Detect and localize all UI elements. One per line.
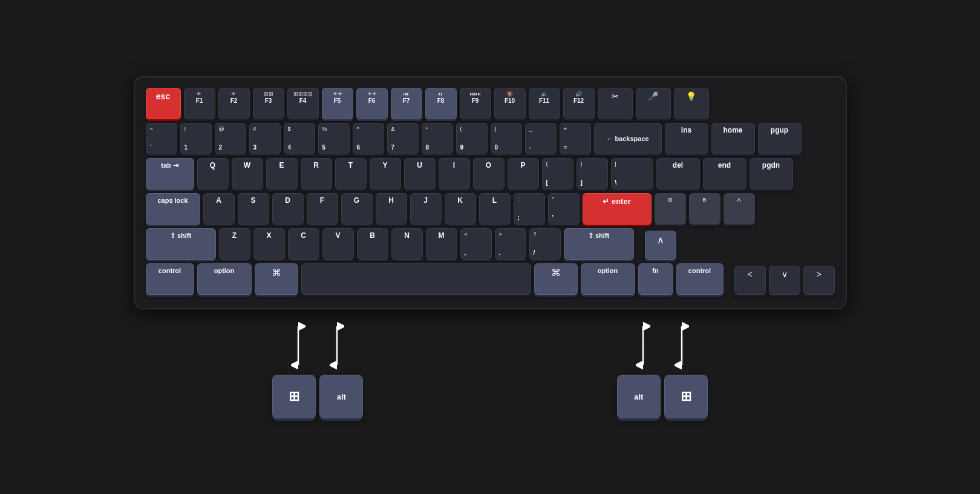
key-3[interactable]: # 3: [249, 123, 281, 154]
key-e[interactable]: E: [266, 158, 298, 189]
key-z[interactable]: Z: [219, 228, 250, 260]
right-arrow-2: [675, 321, 689, 370]
key-insert[interactable]: ins: [665, 123, 708, 154]
key-led3: A: [724, 193, 755, 225]
key-quote[interactable]: " ': [548, 193, 580, 225]
key-0[interactable]: ) 0: [491, 123, 522, 154]
key-period[interactable]: > .: [495, 228, 526, 260]
key-8[interactable]: * 8: [422, 123, 453, 154]
key-f11[interactable]: 🔉 F11: [529, 88, 560, 119]
key-pgdn[interactable]: pgdn: [750, 158, 793, 189]
key-g[interactable]: G: [341, 193, 373, 225]
left-arrow-1: [291, 321, 305, 370]
key-v[interactable]: V: [322, 228, 354, 260]
key-f9[interactable]: ⏭⏭ F9: [460, 88, 491, 119]
key-backslash[interactable]: | \: [611, 158, 653, 189]
key-w[interactable]: W: [232, 158, 263, 189]
key-f12[interactable]: 🔊 F12: [563, 88, 595, 119]
key-arrow-left[interactable]: <: [734, 266, 766, 295]
key-shift-right[interactable]: ⇧ shift: [564, 228, 634, 260]
key-arrow-right[interactable]: >: [803, 266, 835, 295]
right-arrow-1: [636, 321, 650, 370]
key-comma[interactable]: < ,: [460, 228, 492, 260]
key-f[interactable]: F: [307, 193, 338, 225]
key-h[interactable]: H: [376, 193, 407, 225]
key-2[interactable]: @ 2: [215, 123, 246, 154]
key-6[interactable]: ^ 6: [353, 123, 384, 154]
key-m[interactable]: M: [426, 228, 457, 260]
key-light[interactable]: 💡: [674, 88, 709, 119]
key-i[interactable]: I: [439, 158, 470, 189]
key-option-right[interactable]: option: [581, 263, 635, 295]
key-equals[interactable]: + =: [560, 123, 591, 154]
key-j[interactable]: J: [410, 193, 442, 225]
key-space[interactable]: [301, 263, 531, 295]
key-t[interactable]: T: [335, 158, 367, 189]
key-minus[interactable]: _ -: [525, 123, 557, 154]
key-arrow-up[interactable]: ∧: [645, 231, 676, 260]
key-delete[interactable]: del: [656, 158, 700, 189]
key-d[interactable]: D: [272, 193, 304, 225]
key-o[interactable]: O: [473, 158, 505, 189]
key-shift-left[interactable]: ⇧ shift: [146, 228, 216, 260]
key-5[interactable]: % 5: [318, 123, 350, 154]
key-cut[interactable]: ✂: [598, 88, 633, 119]
key-arrow-down[interactable]: ∨: [769, 266, 800, 295]
key-f2[interactable]: ✳ F2: [218, 88, 250, 119]
right-replacement-keys: alt ⊞: [617, 375, 708, 418]
key-f3[interactable]: ⊞⊞ F3: [253, 88, 284, 119]
key-1[interactable]: ! 1: [180, 123, 212, 154]
key-rbracket[interactable]: } ]: [577, 158, 608, 189]
qwerty-row: tab ⇥ Q W E R T Y U I: [146, 158, 835, 189]
key-lbracket[interactable]: { [: [542, 158, 573, 189]
key-7[interactable]: & 7: [387, 123, 419, 154]
key-x[interactable]: X: [253, 228, 285, 260]
left-alt-key[interactable]: alt: [319, 375, 363, 418]
key-f1[interactable]: ✳ F1: [184, 88, 215, 119]
key-cmd-right[interactable]: ⌘: [534, 263, 578, 295]
key-u[interactable]: U: [404, 158, 436, 189]
key-backspace[interactable]: ← backspace: [594, 123, 662, 154]
key-f5[interactable]: ☀☀ F5: [322, 88, 353, 119]
key-capslock[interactable]: caps lock: [146, 193, 200, 225]
key-esc[interactable]: esc: [146, 88, 181, 119]
key-p[interactable]: P: [508, 158, 539, 189]
key-f7[interactable]: ⏮ F7: [391, 88, 422, 119]
key-end[interactable]: end: [703, 158, 746, 189]
key-4[interactable]: $ 4: [284, 123, 315, 154]
key-pgup[interactable]: pgup: [758, 123, 802, 154]
key-f10[interactable]: 🔇 F10: [494, 88, 526, 119]
key-9[interactable]: ( 9: [456, 123, 488, 154]
key-s[interactable]: S: [238, 193, 269, 225]
key-f4[interactable]: ⊞⊞⊞⊞ F4: [287, 88, 319, 119]
key-a[interactable]: A: [203, 193, 235, 225]
key-y[interactable]: Y: [370, 158, 401, 189]
key-enter[interactable]: ↵ enter: [583, 193, 652, 225]
key-control-left[interactable]: control: [146, 263, 194, 295]
key-n[interactable]: N: [391, 228, 423, 260]
key-backtick[interactable]: ~ `: [146, 123, 177, 154]
key-c[interactable]: C: [288, 228, 319, 260]
key-option-left[interactable]: option: [197, 263, 252, 295]
key-fn[interactable]: fn: [638, 263, 673, 295]
key-home[interactable]: home: [711, 123, 755, 154]
replacement-section: ⊞ alt: [134, 321, 847, 418]
key-q[interactable]: Q: [197, 158, 229, 189]
key-led1: ⊞: [655, 193, 686, 225]
right-win-key[interactable]: ⊞: [664, 375, 708, 418]
key-mic[interactable]: 🎤: [636, 88, 671, 119]
key-l[interactable]: L: [479, 193, 511, 225]
key-led2: B: [689, 193, 720, 225]
key-cmd-left[interactable]: ⌘: [255, 263, 298, 295]
key-f6[interactable]: ☀☀ F6: [356, 88, 388, 119]
key-b[interactable]: B: [357, 228, 388, 260]
key-tab[interactable]: tab ⇥: [146, 158, 194, 189]
key-semicolon[interactable]: : ;: [514, 193, 545, 225]
right-alt-key[interactable]: alt: [617, 375, 661, 418]
key-f8[interactable]: ⏯ F8: [425, 88, 457, 119]
key-k[interactable]: K: [445, 193, 476, 225]
key-r[interactable]: R: [301, 158, 332, 189]
key-slash[interactable]: ? /: [529, 228, 561, 260]
key-control-right[interactable]: control: [676, 263, 724, 295]
left-win-key[interactable]: ⊞: [272, 375, 316, 418]
